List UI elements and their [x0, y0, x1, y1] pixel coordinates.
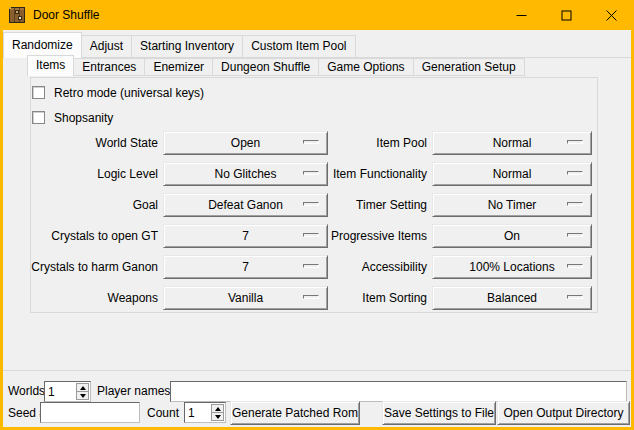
count-input[interactable]: [186, 404, 210, 421]
dropdown-indicator-icon: [567, 202, 583, 206]
logic-level-label: Logic Level: [24, 162, 158, 186]
tab-enemizer[interactable]: Enemizer: [144, 58, 213, 75]
timer-setting-value: No Timer: [488, 198, 537, 212]
save-settings-button[interactable]: Save Settings to File: [382, 401, 496, 425]
count-spinbox[interactable]: [184, 402, 226, 423]
item-functionality-label: Item Functionality: [322, 162, 427, 186]
minimize-button[interactable]: [499, 0, 544, 30]
dropdown-indicator-icon: [303, 264, 319, 268]
accessibility-label: Accessibility: [322, 255, 427, 279]
world-state-value: Open: [231, 136, 260, 150]
worlds-spinbox[interactable]: [44, 381, 91, 402]
retro-mode-checkbox[interactable]: Retro mode (universal keys): [32, 85, 204, 100]
crystals-ganon-value: 7: [242, 260, 249, 274]
weapons-label: Weapons: [24, 286, 158, 310]
progressive-items-label: Progressive Items: [322, 224, 427, 248]
crystals-gt-value: 7: [242, 229, 249, 243]
dropdown-indicator-icon: [303, 140, 319, 144]
worlds-label: Worlds: [8, 381, 45, 402]
shopsanity-label: Shopsanity: [54, 111, 113, 125]
spin-down-icon[interactable]: [76, 391, 89, 400]
weapons-value: Vanilla: [228, 291, 263, 305]
checkbox-box-icon: [32, 86, 45, 99]
progressive-items-dropdown[interactable]: On: [432, 224, 592, 248]
crystals-ganon-dropdown[interactable]: 7: [163, 255, 328, 279]
crystals-gt-label: Crystals to open GT: [24, 224, 158, 248]
crystals-gt-dropdown[interactable]: 7: [163, 224, 328, 248]
tab-dungeon-shuffle[interactable]: Dungeon Shuffle: [212, 58, 319, 75]
bottom-separator: [3, 370, 631, 371]
item-pool-label: Item Pool: [322, 131, 427, 155]
logic-level-value: No Glitches: [214, 167, 276, 181]
dropdown-indicator-icon: [567, 171, 583, 175]
goal-value: Defeat Ganon: [208, 198, 283, 212]
dropdown-indicator-icon: [567, 264, 583, 268]
maximize-button[interactable]: [544, 0, 589, 30]
close-button[interactable]: [589, 0, 634, 30]
tab-items[interactable]: Items: [27, 55, 74, 76]
seed-input[interactable]: [40, 402, 140, 423]
item-sorting-label: Item Sorting: [322, 286, 427, 310]
dropdown-indicator-icon: [567, 140, 583, 144]
item-sorting-dropdown[interactable]: Balanced: [432, 286, 592, 310]
tab-entrances[interactable]: Entrances: [73, 58, 145, 75]
close-icon: [606, 10, 617, 21]
minimize-icon: [516, 10, 527, 21]
app-door-icon: [9, 7, 25, 23]
title-bar: Door Shuffle: [0, 0, 634, 30]
player-names-input[interactable]: [170, 381, 627, 402]
timer-setting-label: Timer Setting: [322, 193, 427, 217]
dropdown-indicator-icon: [567, 295, 583, 299]
goal-label: Goal: [24, 193, 158, 217]
weapons-dropdown[interactable]: Vanilla: [163, 286, 328, 310]
worlds-input[interactable]: [46, 383, 75, 400]
window-title: Door Shuffle: [33, 8, 100, 22]
main-tab-strip: Randomize Adjust Starting Inventory Cust…: [3, 33, 631, 58]
tab-game-options[interactable]: Game Options: [318, 58, 413, 75]
item-functionality-value: Normal: [493, 167, 532, 181]
progressive-items-value: On: [504, 229, 520, 243]
item-pool-value: Normal: [493, 136, 532, 150]
crystals-ganon-label: Crystals to harm Ganon: [24, 255, 158, 279]
spin-down-icon[interactable]: [211, 412, 224, 421]
tab-custom-item-pool[interactable]: Custom Item Pool: [242, 35, 355, 57]
accessibility-value: 100% Locations: [469, 260, 554, 274]
item-functionality-dropdown[interactable]: Normal: [432, 162, 592, 186]
item-pool-dropdown[interactable]: Normal: [432, 131, 592, 155]
checkbox-box-icon: [32, 111, 45, 124]
app-window: Door Shuffle Randomize Adjust Starting I…: [0, 0, 634, 430]
goal-dropdown[interactable]: Defeat Ganon: [163, 193, 328, 217]
retro-mode-label: Retro mode (universal keys): [54, 86, 204, 100]
tab-adjust[interactable]: Adjust: [81, 35, 132, 57]
world-state-dropdown[interactable]: Open: [163, 131, 328, 155]
dropdown-indicator-icon: [303, 171, 319, 175]
dropdown-indicator-icon: [303, 233, 319, 237]
spin-buttons: [76, 383, 89, 400]
shopsanity-checkbox[interactable]: Shopsanity: [32, 110, 113, 125]
accessibility-dropdown[interactable]: 100% Locations: [432, 255, 592, 279]
world-state-label: World State: [24, 131, 158, 155]
spin-buttons: [211, 404, 224, 421]
tab-generation-setup[interactable]: Generation Setup: [413, 58, 525, 75]
item-sorting-value: Balanced: [487, 291, 537, 305]
timer-setting-dropdown[interactable]: No Timer: [432, 193, 592, 217]
player-names-label: Player names: [97, 381, 170, 402]
dropdown-indicator-icon: [303, 295, 319, 299]
dropdown-indicator-icon: [303, 202, 319, 206]
window-controls: [499, 0, 634, 30]
count-label: Count: [147, 403, 179, 424]
maximize-icon: [561, 10, 572, 21]
open-output-directory-button[interactable]: Open Output Directory: [497, 401, 630, 425]
logic-level-dropdown[interactable]: No Glitches: [163, 162, 328, 186]
generate-patched-rom-button[interactable]: Generate Patched Rom: [230, 401, 360, 425]
tab-starting-inventory[interactable]: Starting Inventory: [131, 35, 243, 57]
dropdown-indicator-icon: [567, 233, 583, 237]
sub-tab-strip: Items Entrances Enemizer Dungeon Shuffle…: [27, 56, 525, 76]
